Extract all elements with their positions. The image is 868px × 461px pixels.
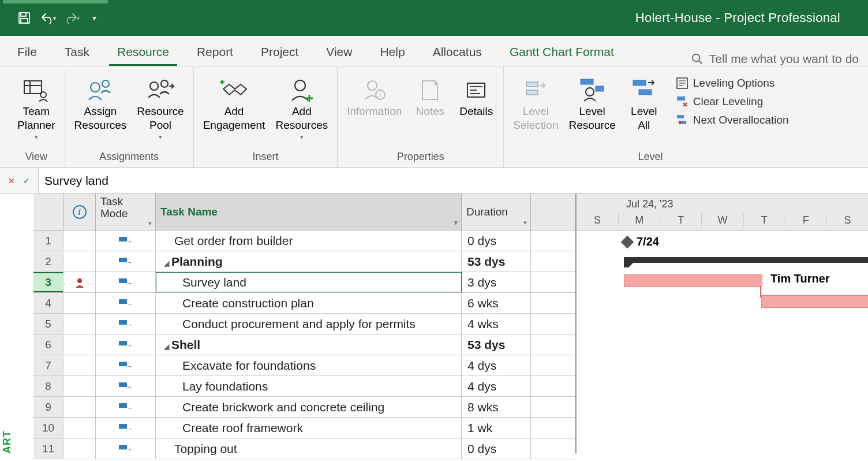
task-name-col-header[interactable]: Task Name ▾ [156,194,462,230]
duration-cell[interactable]: 0 dys [462,438,531,459]
info-col-header[interactable]: i [63,194,96,230]
outline-toggle-icon[interactable]: ◢ [164,343,169,351]
table-row[interactable]: 8→Lay foundations4 dys [33,376,575,397]
info-cell[interactable] [63,418,96,438]
row-number[interactable]: 4 [33,293,63,313]
dropdown-icon[interactable]: ▾ [454,219,458,226]
task-name-cell[interactable]: Lay foundations [156,376,462,396]
info-cell[interactable] [63,376,96,396]
tab-report[interactable]: Report [189,39,241,66]
duration-cell[interactable]: 6 wks [462,293,531,313]
task-bar-construction[interactable] [761,295,868,308]
task-mode-col-header[interactable]: Task Mode ▾ [96,194,156,230]
task-mode-cell[interactable]: → [96,418,156,438]
task-name-cell[interactable]: Create construction plan [156,293,462,313]
info-cell[interactable] [63,438,96,459]
task-mode-cell[interactable]: → [96,293,156,313]
table-row[interactable]: 4→Create construction plan6 wks [33,293,575,314]
duration-cell[interactable]: 8 wks [462,397,531,417]
task-mode-cell[interactable]: → [96,251,156,272]
add-engagement-button[interactable]: Add Engagement [200,73,269,135]
table-row[interactable]: 2→◢Planning53 dys [33,251,575,272]
tab-task[interactable]: Task [57,39,98,66]
save-icon[interactable] [16,10,32,26]
task-name-cell[interactable]: Survey land [156,272,462,292]
resource-pool-button[interactable]: Resource Pool ▾ [133,73,187,143]
task-name-cell[interactable]: Create brickwork and concrete ceiling [156,397,462,417]
tab-project[interactable]: Project [253,39,306,66]
milestone-marker[interactable]: 7/24 [623,235,659,248]
row-number[interactable]: 1 [33,231,63,251]
duration-col-header[interactable]: Duration ▾ [462,194,531,230]
task-bar-survey[interactable] [624,274,762,287]
table-row[interactable]: 9→Create brickwork and concrete ceiling8… [33,397,575,418]
accept-entry-icon[interactable]: ✓ [21,175,32,187]
table-row[interactable]: 7→Excavate for foundations4 dys [33,355,575,376]
tab-file[interactable]: File [9,39,45,66]
task-mode-cell[interactable]: → [96,355,156,376]
summary-bar[interactable] [624,257,868,263]
cancel-entry-icon[interactable]: ✕ [6,175,17,187]
task-mode-cell[interactable]: → [96,376,156,396]
redo-dropdown-icon[interactable]: ▾ [77,15,80,21]
dropdown-icon[interactable]: ▾ [148,220,152,226]
add-resources-button[interactable]: Add Resources ▾ [272,73,331,143]
level-all-button[interactable]: Level All [623,73,665,135]
duration-cell[interactable]: 4 dys [462,376,531,396]
duration-cell[interactable]: 0 dys [462,231,531,251]
entry-input[interactable] [38,168,868,193]
tab-view[interactable]: View [318,39,360,66]
details-button[interactable]: Details [455,73,497,121]
task-mode-cell[interactable]: → [96,334,156,355]
duration-cell[interactable]: 3 dys [462,272,531,292]
tab-help[interactable]: Help [372,39,413,66]
row-number[interactable]: 9 [33,397,63,417]
tell-me-search[interactable]: Tell me what you want to do [691,52,859,66]
row-number[interactable]: 6 [33,334,63,355]
qat-customize-icon[interactable]: ▾ [92,13,96,23]
row-number[interactable]: 2 [33,251,63,272]
team-planner-button[interactable]: Team Planner ▾ [14,73,59,143]
dropdown-icon[interactable]: ▾ [523,219,527,226]
assign-resources-button[interactable]: Assign Resources [71,73,130,135]
info-cell[interactable] [63,355,96,376]
row-number[interactable]: 11 [33,438,63,459]
level-resource-button[interactable]: Level Resource [565,73,619,135]
info-cell[interactable] [63,334,96,355]
row-number[interactable]: 10 [33,418,63,438]
outline-toggle-icon[interactable]: ◢ [164,259,169,267]
task-name-cell[interactable]: ◢Shell [156,334,462,355]
table-row[interactable]: 11→Topping out0 dys [33,438,575,459]
table-row[interactable]: 3→Survey land3 dys [33,272,575,293]
undo-dropdown-icon[interactable]: ▾ [53,15,56,21]
clear-leveling-button[interactable]: Clear Leveling [674,94,791,109]
task-mode-cell[interactable]: → [96,314,156,334]
task-mode-cell[interactable]: → [96,397,156,417]
tab-gantt-format[interactable]: Gantt Chart Format [502,39,622,66]
duration-cell[interactable]: 53 dys [462,334,531,355]
task-mode-cell[interactable]: → [96,438,156,459]
tab-allocatus[interactable]: Allocatus [425,39,490,66]
info-cell[interactable] [63,314,96,334]
gantt-chart[interactable]: Jul 24, '23 SMTWTFS 7/24 Tim Turner [575,194,868,453]
table-row[interactable]: 6→◢Shell53 dys [33,334,575,355]
info-cell[interactable] [63,231,96,251]
task-name-cell[interactable]: ◢Planning [156,251,462,272]
row-header-col[interactable] [33,194,63,230]
duration-cell[interactable]: 1 wk [462,418,531,438]
row-number[interactable]: 8 [33,376,63,396]
leveling-options-button[interactable]: Leveling Options [674,76,791,91]
task-name-cell[interactable]: Topping out [156,438,462,459]
duration-cell[interactable]: 4 wks [462,314,531,334]
next-overallocation-button[interactable]: Next Overallocation [674,113,791,128]
tab-resource[interactable]: Resource [109,39,177,66]
task-name-cell[interactable]: Excavate for foundations [156,355,462,376]
duration-cell[interactable]: 53 dys [462,251,531,272]
table-row[interactable]: 5→Conduct procurement and apply for perm… [33,314,575,334]
info-cell[interactable] [63,397,96,417]
row-number[interactable]: 5 [33,314,63,334]
info-cell[interactable] [63,251,96,272]
row-number[interactable]: 7 [33,355,63,376]
task-mode-cell[interactable]: → [96,272,156,292]
task-mode-cell[interactable]: → [96,231,156,251]
